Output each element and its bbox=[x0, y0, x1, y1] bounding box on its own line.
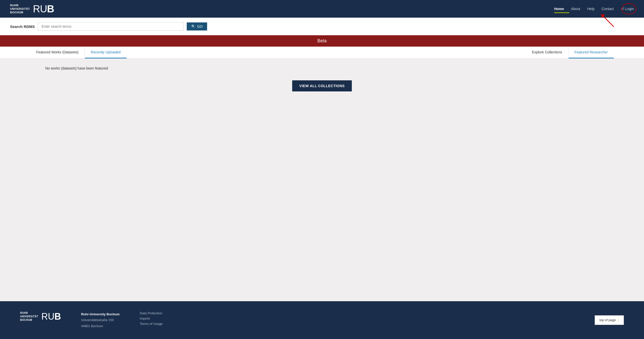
search-icon: 🔍 bbox=[191, 24, 196, 28]
logo-rub: RUB bbox=[33, 3, 54, 15]
tabs-container: Featured Works (Datasets) Recently Uploa… bbox=[0, 47, 644, 59]
tab-explore-collections[interactable]: Explore Collections bbox=[526, 47, 568, 58]
search-bar-area: Search RDMS 🔍 GO bbox=[0, 18, 644, 35]
view-all-collections-button[interactable]: VIEW ALL COLLECTIONS bbox=[292, 80, 352, 91]
logo-text: RUHR UNIVERSITÄT BOCHUM bbox=[10, 4, 30, 14]
footer-links: Data Protection Imprint Terms of Usage bbox=[140, 311, 163, 326]
footer-terms[interactable]: Terms of Usage bbox=[140, 322, 163, 326]
footer-logo-area: RUHR UNIVERSITÄT BOCHUM RUB bbox=[20, 311, 61, 322]
footer-top-button-area: top of page ↑ bbox=[595, 315, 624, 325]
top-of-page-button[interactable]: top of page ↑ bbox=[595, 315, 624, 325]
top-arrow-icon: ↑ bbox=[617, 318, 619, 322]
view-all-center: VIEW ALL COLLECTIONS bbox=[45, 78, 599, 91]
nav-home[interactable]: Home bbox=[554, 7, 564, 11]
search-go-button[interactable]: 🔍 GO bbox=[187, 22, 207, 30]
tab-spacer bbox=[127, 47, 526, 58]
footer-logo-rub: RUB bbox=[41, 311, 61, 322]
search-section: Search RDMS 🔍 GO bbox=[0, 18, 644, 35]
login-icon: ⏎ bbox=[621, 7, 624, 11]
header: RUHR UNIVERSITÄT BOCHUM RUB Home About H… bbox=[0, 0, 644, 18]
beta-banner: Beta bbox=[0, 35, 644, 47]
logo-area: RUHR UNIVERSITÄT BOCHUM RUB bbox=[10, 3, 54, 15]
footer-address: Ruhr-University Bochum Universitätsstraß… bbox=[81, 311, 120, 329]
nav-links: Home About Help Contact ⏎ Login bbox=[554, 7, 634, 11]
nav-contact[interactable]: Contact bbox=[601, 7, 614, 11]
nav-help[interactable]: Help bbox=[587, 7, 595, 11]
footer-data-protection[interactable]: Data Protection bbox=[140, 311, 163, 315]
footer-imprint[interactable]: Imprint bbox=[140, 317, 163, 320]
footer-logo-text: RUHR UNIVERSITÄT BOCHUM bbox=[20, 311, 38, 322]
tab-recently-uploaded[interactable]: Recently Uploaded bbox=[85, 47, 127, 58]
nav-about[interactable]: About bbox=[571, 7, 580, 11]
login-button[interactable]: ⏎ Login bbox=[621, 7, 634, 11]
home-underline bbox=[554, 12, 569, 13]
tab-featured-works[interactable]: Featured Works (Datasets) bbox=[30, 47, 85, 58]
search-input[interactable] bbox=[38, 22, 184, 31]
login-wrapper: ⏎ Login bbox=[621, 7, 634, 11]
footer: RUHR UNIVERSITÄT BOCHUM RUB Ruhr-Univers… bbox=[0, 301, 644, 339]
tab-featured-researcher[interactable]: Featured Researcher bbox=[569, 47, 614, 58]
no-works-message: No works (datasets) have been featured bbox=[45, 66, 599, 70]
search-label: Search RDMS bbox=[10, 24, 35, 29]
main-content: No works (datasets) have been featured V… bbox=[0, 59, 644, 301]
